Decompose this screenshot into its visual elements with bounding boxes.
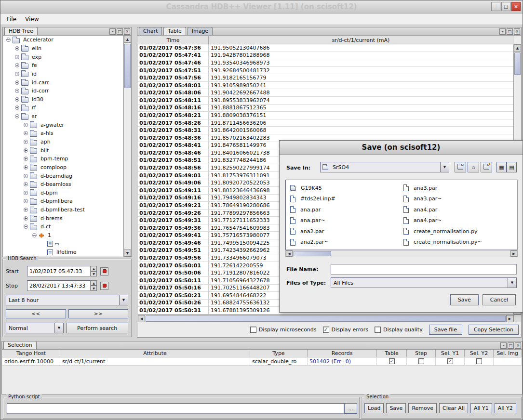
maximize-button[interactable]: □ — [507, 28, 513, 35]
file-item[interactable]: ana.par~ — [290, 215, 401, 226]
tree-expander-icon[interactable] — [24, 208, 28, 212]
search-mode-combo[interactable]: Normal ▼ — [6, 323, 64, 333]
tree-expander-icon[interactable] — [15, 46, 19, 51]
tree-expander-icon[interactable] — [24, 123, 28, 127]
tree-node[interactable]: id-carr — [3, 78, 123, 87]
tree-node[interactable]: d-beamdiag — [3, 171, 123, 180]
selection-row[interactable]: orion.esrf.fr:10000 sr/d-ct/1/current sc… — [2, 357, 522, 366]
grid-view-button[interactable]: ▦ — [496, 162, 507, 172]
tree-expander-icon[interactable] — [24, 216, 28, 221]
close-button[interactable]: × — [124, 28, 130, 35]
table-row[interactable]: 01/02/2017 05:48:11 191.89553833962074 — [138, 97, 513, 105]
column-header-time[interactable]: Time — [138, 36, 209, 44]
home-button[interactable]: ⌂ — [468, 162, 479, 172]
tree-node[interactable]: bilt — [3, 146, 123, 155]
up-folder-button[interactable]: ↑ — [455, 162, 466, 172]
tree-expander-icon[interactable] — [24, 191, 28, 195]
column-header-step[interactable]: Step — [407, 350, 436, 357]
close-button[interactable]: × — [515, 342, 521, 349]
tree-node[interactable]: rf — [3, 104, 123, 112]
tree-node[interactable]: 1 — [3, 231, 123, 240]
scroll-left-button[interactable]: ◀ — [286, 250, 293, 257]
tab-image[interactable]: Image — [188, 27, 213, 35]
sel-y2-checkbox[interactable] — [476, 358, 482, 364]
file-item[interactable]: ana3.par — [403, 183, 514, 194]
maximize-button[interactable]: □ — [501, 2, 510, 11]
spin-down-button[interactable]: ▼ — [91, 286, 97, 291]
tree-expander-icon[interactable] — [24, 199, 28, 203]
file-item[interactable]: G19K45 — [290, 183, 401, 194]
save-file-button[interactable]: Save file — [429, 325, 462, 335]
spin-up-button[interactable]: ▲ — [91, 266, 97, 271]
tree-node[interactable]: a-gwater — [3, 120, 123, 129]
prev-range-button[interactable]: << — [6, 309, 66, 318]
dialog-cancel-button[interactable]: Cancel — [483, 294, 516, 305]
scroll-left-button[interactable]: ◀ — [138, 315, 145, 322]
file-item[interactable]: ana3.par~ — [403, 194, 514, 205]
scrollbar-thumb[interactable] — [514, 52, 521, 75]
tree-expander-icon[interactable] — [24, 165, 28, 170]
next-range-button[interactable]: >> — [68, 309, 129, 318]
scroll-up-button[interactable]: ▲ — [514, 44, 521, 52]
tree-node[interactable]: id — [3, 70, 123, 79]
browse-script-button[interactable]: ... — [344, 403, 357, 414]
save-button[interactable]: Save — [386, 403, 406, 413]
tree-node[interactable]: exp — [3, 52, 123, 61]
spin-down-button[interactable]: ▼ — [91, 271, 97, 276]
table-row[interactable]: 01/02/2017 05:48:16 191.8881867512365 — [138, 105, 513, 112]
new-folder-button[interactable]: + — [481, 162, 492, 172]
column-header-sel-y2[interactable]: Sel. Y2 — [465, 350, 494, 357]
display-errors-checkbox[interactable]: ✓ Display errors — [323, 327, 368, 333]
column-header-tango-host[interactable]: Tango Host — [2, 350, 60, 357]
start-now-button[interactable] — [100, 267, 108, 276]
save-dialog-titlebar[interactable]: Save (on scisoft12) — [280, 141, 523, 155]
titlebar[interactable]: Cassandra HDB++ Viewer [1.11] (on scisof… — [0, 0, 523, 13]
table-row[interactable]: 01/02/2017 05:47:51 191.92684500481732 — [138, 67, 513, 75]
file-item[interactable]: #tds2el.inp# — [290, 194, 401, 205]
tree-node[interactable]: sr — [3, 112, 123, 121]
tree-node[interactable]: id-corr — [3, 87, 123, 95]
tree-node[interactable]: d-bpmlibera — [3, 197, 123, 206]
scroll-right-button[interactable]: ▶ — [506, 315, 513, 322]
tree-expander-icon[interactable] — [15, 97, 19, 102]
tree-expander-icon[interactable] — [15, 89, 19, 93]
tree-node[interactable]: a-hls — [3, 129, 123, 138]
table-row[interactable]: 01/02/2017 05:48:26 191.8711456636206 — [138, 119, 513, 127]
dialog-save-button[interactable]: Save — [450, 294, 479, 305]
maximize-button[interactable]: □ — [117, 28, 123, 35]
maximize-button[interactable]: □ — [508, 342, 514, 349]
remove-button[interactable]: Remove — [408, 403, 437, 413]
table-row[interactable]: 01/02/2017 05:47:46 191.93540346968973 — [138, 59, 513, 67]
table-row[interactable]: 01/02/2017 05:47:56 191.9182165156779 — [138, 74, 513, 82]
tree-node[interactable]: fe — [3, 61, 123, 70]
tree-expander-icon[interactable] — [15, 80, 19, 85]
tree-node[interactable]: d-brems — [3, 214, 123, 223]
tree-node[interactable]: d-bpm — [3, 189, 123, 197]
file-list-scrollbar[interactable]: ◀ ▶ — [285, 250, 518, 257]
time-range-combo[interactable]: Last 8 hour ▼ — [6, 295, 128, 305]
close-button[interactable]: × — [514, 28, 520, 35]
tree-expander-icon[interactable] — [24, 148, 28, 153]
tree-node[interactable]: lifetime — [3, 248, 123, 256]
copy-selection-button[interactable]: Copy Selection — [469, 325, 519, 335]
tree-expander-icon[interactable] — [24, 131, 28, 135]
minimize-button[interactable]: – — [500, 342, 507, 349]
scroll-down-button[interactable]: ▼ — [124, 249, 131, 257]
clear-all-button[interactable]: Clear All — [439, 403, 468, 413]
scroll-right-button[interactable]: ▶ — [510, 250, 517, 257]
column-header-sel-img[interactable]: Sel. Img — [494, 350, 522, 357]
start-date-input[interactable] — [27, 266, 91, 276]
selection-tab[interactable]: Selection — [3, 341, 37, 349]
tree-expander-icon[interactable] — [15, 72, 19, 76]
tab-chart[interactable]: Chart — [139, 27, 162, 35]
tree-node[interactable]: elin — [3, 44, 123, 53]
tree-expander-icon[interactable] — [24, 140, 28, 144]
file-item[interactable]: ana2.par~ — [290, 237, 401, 248]
tree-node[interactable] — [3, 239, 123, 248]
tree-expander-icon[interactable] — [15, 114, 19, 118]
tree-expander-icon[interactable] — [24, 224, 28, 229]
scroll-up-button[interactable]: ▲ — [124, 36, 131, 43]
tree-node[interactable]: d-beamloss — [3, 180, 123, 189]
file-item[interactable]: ana4.par — [403, 204, 514, 215]
file-item[interactable]: create_normalisation.py — [403, 226, 514, 237]
